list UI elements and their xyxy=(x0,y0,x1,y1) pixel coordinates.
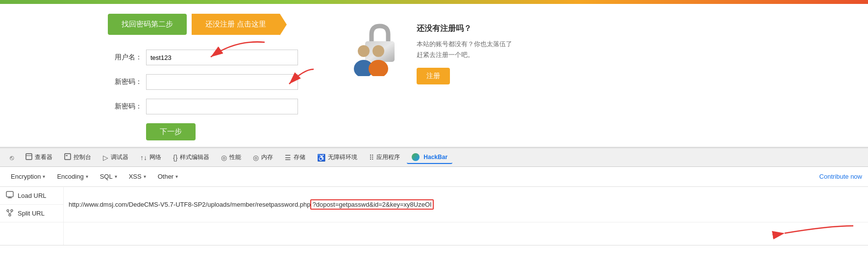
username-arrow xyxy=(196,37,274,67)
devtool-network-btn[interactable]: ↑↓ 网络 xyxy=(135,151,166,163)
url-highlighted-part: ?dopost=getpasswd&id=2&key=xy8UzeOI xyxy=(310,199,433,210)
encryption-label: Encryption xyxy=(11,173,41,180)
style-label: 样式编辑器 xyxy=(180,153,209,162)
username-label: 用户名： xyxy=(108,53,142,62)
style-icon: {} xyxy=(173,154,177,162)
svg-rect-13 xyxy=(6,191,13,197)
svg-line-20 xyxy=(10,212,12,214)
next-btn[interactable]: 下一步 xyxy=(146,123,196,140)
load-url-icon xyxy=(6,191,14,200)
new-password-input[interactable] xyxy=(146,74,298,90)
hackbar-second-row xyxy=(0,222,868,245)
apps-icon: ⠿ xyxy=(369,154,374,162)
devtool-style-btn[interactable]: {} 样式编辑器 xyxy=(168,151,214,163)
url-display[interactable]: http://www.dmsj.com/DedeCMS-V5.7-UTF8-SP… xyxy=(64,193,868,216)
split-url-icon xyxy=(6,209,14,218)
username-row: 用户名： xyxy=(108,50,314,65)
hackbar-menu: Encryption ▾ Encoding ▾ SQL ▾ XSS ▾ Othe… xyxy=(0,167,868,187)
devtool-apps-btn[interactable]: ⠿ 应用程序 xyxy=(364,151,405,163)
devtool-hackbar-btn[interactable]: HackBar xyxy=(407,151,452,164)
register-desc-line2: 赶紧去注册一个吧。 xyxy=(417,51,474,58)
top-bar xyxy=(0,0,868,4)
confirm-password-label: 新密码： xyxy=(108,102,142,111)
illustration-area xyxy=(353,24,407,78)
svg-line-19 xyxy=(8,212,10,214)
memory-label: 内存 xyxy=(261,153,273,162)
svg-point-16 xyxy=(7,210,9,212)
apps-label: 应用程序 xyxy=(376,153,400,162)
menu-other[interactable]: Other ▾ xyxy=(153,171,183,182)
svg-point-8 xyxy=(369,60,388,76)
load-url-btn[interactable]: Load URL xyxy=(0,187,63,205)
confirm-password-input[interactable] xyxy=(146,99,298,114)
svg-point-18 xyxy=(9,214,11,216)
devtool-performance-btn[interactable]: ◎ 性能 xyxy=(216,151,246,163)
svg-point-17 xyxy=(11,210,13,212)
devtool-storage-btn[interactable]: ☰ 存储 xyxy=(280,151,310,163)
hackbar-icon xyxy=(412,153,420,161)
cursor-icon: ⎋ xyxy=(10,154,14,162)
register-info-section: 还没有注册吗？ 本站的账号都没有？你也太落伍了 赶紧去注册一个吧。 注册 xyxy=(353,14,512,140)
new-password-row: 新密码： xyxy=(108,74,314,90)
hackbar-label: HackBar xyxy=(423,154,447,161)
devtool-accessibility-btn[interactable]: ♿ 无障碍环境 xyxy=(312,151,362,163)
xss-label: XSS xyxy=(129,173,142,180)
sql-arrow-icon: ▾ xyxy=(115,174,117,179)
devtools-toolbar: ⎋ 查看器 控制台 ▷ 调试器 ↑↓ 网络 {} 样式编辑器 ◎ 性能 ◎ 内存… xyxy=(0,147,868,167)
split-url-label: Split URL xyxy=(18,210,45,217)
register-desc: 本站的账号都没有？你也太落伍了 赶紧去注册一个吧。 xyxy=(417,39,512,60)
hackbar-second-input[interactable] xyxy=(64,222,868,245)
debugger-label: 调试器 xyxy=(111,153,128,162)
split-url-btn[interactable]: Split URL xyxy=(0,205,63,222)
recover-password-btn[interactable]: 找回密码第二步 xyxy=(108,14,187,35)
xss-arrow-icon: ▾ xyxy=(144,174,146,179)
url-red-arrow xyxy=(770,218,858,241)
url-input-area: http://www.dmsj.com/DedeCMS-V5.7-UTF8-SP… xyxy=(64,187,868,222)
inspector-label: 查看器 xyxy=(35,153,52,162)
register-btn-main[interactable]: 注册 xyxy=(417,68,450,84)
menu-xss[interactable]: XSS ▾ xyxy=(124,171,151,182)
svg-point-7 xyxy=(372,45,384,57)
webpage-area: 找回密码第二步 还没注册 点击这里 用户名： xyxy=(0,0,868,147)
load-url-label: Load URL xyxy=(18,192,47,199)
menu-sql[interactable]: SQL ▾ xyxy=(95,171,122,182)
person2-illustration xyxy=(368,44,390,78)
devtool-memory-btn[interactable]: ◎ 内存 xyxy=(248,151,278,163)
new-password-label: 新密码： xyxy=(108,78,142,86)
svg-rect-11 xyxy=(65,154,71,160)
sql-label: SQL xyxy=(100,173,113,180)
accessibility-icon: ♿ xyxy=(317,154,325,162)
contribute-link[interactable]: Contribute now xyxy=(819,173,862,180)
storage-label: 存储 xyxy=(294,153,305,162)
register-btn-top[interactable]: 还没注册 点击这里 xyxy=(192,14,280,35)
storage-icon: ☰ xyxy=(285,154,291,162)
devtool-cursor-btn[interactable]: ⎋ xyxy=(5,152,19,163)
performance-label: 性能 xyxy=(229,153,241,162)
hackbar-area: Encryption ▾ Encoding ▾ SQL ▾ XSS ▾ Othe… xyxy=(0,167,868,245)
inspector-icon xyxy=(25,153,32,162)
menu-encoding[interactable]: Encoding ▾ xyxy=(52,171,93,182)
network-label: 网络 xyxy=(149,153,161,162)
menu-encryption[interactable]: Encryption ▾ xyxy=(6,171,50,182)
form-section: 找回密码第二步 还没注册 点击这里 用户名： xyxy=(108,14,314,140)
svg-rect-9 xyxy=(26,154,32,160)
performance-icon: ◎ xyxy=(221,154,227,162)
console-icon xyxy=(64,153,71,162)
accessibility-label: 无障碍环境 xyxy=(328,153,357,162)
other-arrow-icon: ▾ xyxy=(175,174,178,179)
console-label: 控制台 xyxy=(74,153,91,162)
devtool-inspector-btn[interactable]: 查看器 xyxy=(21,151,57,163)
encryption-arrow-icon: ▾ xyxy=(43,174,45,179)
network-icon: ↑↓ xyxy=(140,154,147,162)
devtool-debugger-btn[interactable]: ▷ 调试器 xyxy=(98,151,133,163)
other-label: Other xyxy=(158,173,174,180)
new-password-arrow xyxy=(279,67,319,91)
next-btn-row: 下一步 xyxy=(108,123,314,140)
debugger-icon: ▷ xyxy=(103,154,108,162)
btn-row: 找回密码第二步 还没注册 点击这里 xyxy=(108,14,314,35)
encoding-label: Encoding xyxy=(57,173,83,180)
register-desc-line1: 本站的账号都没有？你也太落伍了 xyxy=(417,40,512,48)
encoding-arrow-icon: ▾ xyxy=(86,174,88,179)
devtool-console-btn[interactable]: 控制台 xyxy=(59,151,96,163)
register-info-text: 还没有注册吗？ 本站的账号都没有？你也太落伍了 赶紧去注册一个吧。 注册 xyxy=(417,24,512,84)
